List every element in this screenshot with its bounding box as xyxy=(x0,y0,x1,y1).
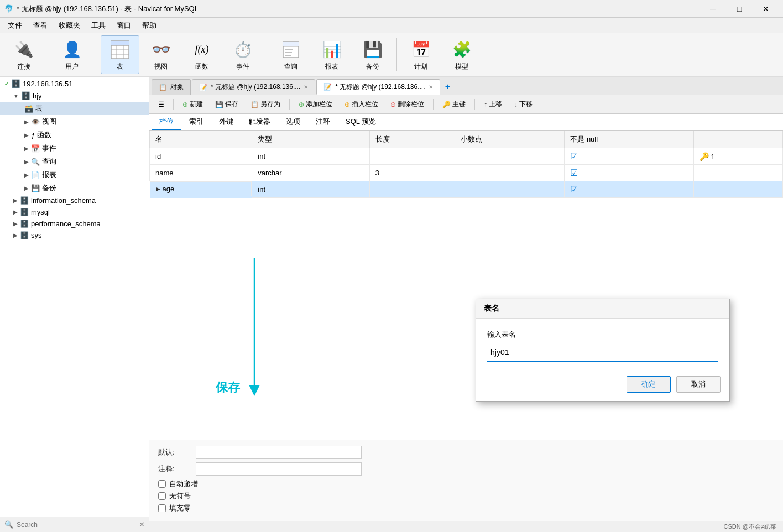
zerofill-checkbox[interactable] xyxy=(158,504,166,512)
insert-field-btn[interactable]: ⊕ 插入栏位 xyxy=(340,98,383,111)
move-down-label: 下移 xyxy=(519,100,533,109)
table-label: 表 xyxy=(35,103,43,113)
sidebar-db-mysql[interactable]: ▶ 🗄️ mysql xyxy=(0,206,149,218)
auto-increment-checkbox[interactable] xyxy=(158,480,166,488)
search-close-icon[interactable]: ✕ xyxy=(139,520,145,521)
sec-tab-options[interactable]: 选项 xyxy=(278,114,308,130)
move-down-btn[interactable]: ↓ 下移 xyxy=(510,98,537,111)
toolbar-sep-2 xyxy=(96,38,96,71)
tab-objects[interactable]: 📋 对象 xyxy=(152,79,191,95)
tool-view[interactable]: 👓 视图 xyxy=(142,35,180,74)
search-input[interactable] xyxy=(17,521,135,521)
field-type-age[interactable]: int xyxy=(252,181,369,198)
tool-function[interactable]: f(x) 函数 xyxy=(182,35,221,74)
tool-query[interactable]: 查询 xyxy=(272,35,310,74)
new-btn[interactable]: ⊕ 新建 xyxy=(178,98,207,111)
table-row[interactable]: ▶age int ☑ xyxy=(150,181,783,198)
minimize-button[interactable]: ─ xyxy=(700,0,725,18)
sidebar-item-event[interactable]: ▶ 📅 事件 xyxy=(0,142,149,155)
field-decimal-id[interactable] xyxy=(455,148,565,165)
save-btn[interactable]: 💾 保存 xyxy=(211,98,243,111)
dialog-confirm-btn[interactable]: 确定 xyxy=(627,376,671,393)
field-decimal-age[interactable] xyxy=(455,181,565,198)
tool-model[interactable]: 🧩 模型 xyxy=(442,35,481,74)
menu-view[interactable]: 查看 xyxy=(28,18,53,33)
tab-untitled1-close[interactable]: ✕ xyxy=(304,84,308,90)
field-type-id[interactable]: int xyxy=(252,148,369,165)
move-up-btn[interactable]: ↑ 上移 xyxy=(479,98,507,111)
maximize-button[interactable]: □ xyxy=(727,0,752,18)
tab-untitled1[interactable]: 📝 * 无标题 @hjy (192.168.136.... ✕ xyxy=(192,79,315,95)
prop-comment-input[interactable] xyxy=(196,462,362,476)
titlebar: 🐬 * 无标题 @hjy (192.168.136.51) - 表 - Navi… xyxy=(0,0,783,18)
sidebar-db-perfschema[interactable]: ▶ 🗄️ performance_schema xyxy=(0,218,149,230)
menu-file[interactable]: 文件 xyxy=(2,18,28,33)
close-button[interactable]: ✕ xyxy=(753,0,779,18)
sidebar-item-backup[interactable]: ▶ 💾 备份 xyxy=(0,181,149,195)
sidebar-connection[interactable]: ✔ 🗄️ 192.168.136.51 xyxy=(0,77,149,90)
menu-btn[interactable]: ☰ xyxy=(154,99,169,110)
check-icon: ☑ xyxy=(570,168,578,178)
field-length-name[interactable]: 3 xyxy=(369,165,455,181)
sec-tab-indexes[interactable]: 索引 xyxy=(181,114,211,130)
sidebar-db-sys[interactable]: ▶ 🗄️ sys xyxy=(0,230,149,241)
sec-tab-fields[interactable]: 栏位 xyxy=(152,114,181,130)
sec-tab-foreign-keys[interactable]: 外键 xyxy=(211,114,241,130)
query-label: 查询 xyxy=(42,157,56,166)
field-notnull-id[interactable]: ☑ xyxy=(565,148,694,165)
unsigned-checkbox[interactable] xyxy=(158,492,166,500)
tool-backup[interactable]: 💾 备份 xyxy=(353,35,392,74)
field-type-name[interactable]: varchar xyxy=(252,165,369,181)
search-bar: 🔍 ✕ xyxy=(0,517,149,521)
prop-default-label: 默认: xyxy=(158,447,191,457)
prop-default-input[interactable] xyxy=(196,446,362,459)
sidebar-item-report[interactable]: ▶ 📄 报表 xyxy=(0,168,149,181)
tab-untitled2-close[interactable]: ✕ xyxy=(429,84,433,90)
sidebar-item-function[interactable]: ▶ ƒ 函数 xyxy=(0,128,149,142)
tool-schedule[interactable]: 📅 计划 xyxy=(401,35,440,74)
saveas-btn[interactable]: 📋 另存为 xyxy=(246,98,285,111)
menu-window[interactable]: 窗口 xyxy=(111,18,137,33)
field-decimal-name[interactable] xyxy=(455,165,565,181)
add-field-btn[interactable]: ⊕ 添加栏位 xyxy=(294,98,337,111)
table-row[interactable]: id int ☑ 🔑 1 xyxy=(150,148,783,165)
field-definition-table: 名 类型 长度 小数点 不是 null id int ☑ xyxy=(149,131,783,198)
backup-icon: 💾 xyxy=(362,39,384,61)
tool-event[interactable]: ⏱️ 事件 xyxy=(223,35,262,74)
view-label: 视图 xyxy=(42,117,56,127)
user-icon: 👤 xyxy=(61,39,83,61)
tab-untitled2[interactable]: 📝 * 无标题 @hjy (192.168.136.... ✕ xyxy=(316,79,440,95)
statusbar-text: CSDN @不会≠趴菜 xyxy=(724,523,776,531)
menu-help[interactable]: 帮助 xyxy=(137,18,162,33)
table-folder-icon: 🗃️ xyxy=(24,105,33,113)
sidebar-item-query[interactable]: ▶ 🔍 查询 xyxy=(0,155,149,168)
tab-add-button[interactable]: + xyxy=(441,80,455,93)
sec-tab-triggers[interactable]: 触发器 xyxy=(241,114,278,130)
table-row[interactable]: name varchar 3 ☑ xyxy=(150,165,783,181)
sidebar-item-view[interactable]: ▶ 👁️ 视图 xyxy=(0,115,149,128)
tool-table-label: 表 xyxy=(117,62,123,71)
sec-tab-comments[interactable]: 注释 xyxy=(308,114,338,130)
menu-tools[interactable]: 工具 xyxy=(86,18,111,33)
field-name-id[interactable]: id xyxy=(150,148,252,165)
field-name-age[interactable]: ▶age xyxy=(150,181,252,196)
tool-connect[interactable]: 🔌 连接 xyxy=(4,35,43,74)
sidebar-item-table[interactable]: 🗃️ 表 xyxy=(0,102,149,115)
menu-favorites[interactable]: 收藏夹 xyxy=(53,18,86,33)
tool-user[interactable]: 👤 用户 xyxy=(53,35,91,74)
report-icon: 📊 xyxy=(321,39,343,61)
sidebar-db-infschema[interactable]: ▶ 🗄️ information_schema xyxy=(0,195,149,206)
table-name-input[interactable] xyxy=(487,344,718,362)
primary-key-btn[interactable]: 🔑 主键 xyxy=(438,98,470,111)
delete-field-btn[interactable]: ⊖ 删除栏位 xyxy=(386,98,429,111)
sec-tab-sql[interactable]: SQL 预览 xyxy=(338,114,384,130)
field-length-id[interactable] xyxy=(369,148,455,165)
field-notnull-name[interactable]: ☑ xyxy=(565,165,694,181)
dialog-cancel-btn[interactable]: 取消 xyxy=(676,376,721,393)
tool-table[interactable]: 表 xyxy=(101,35,139,74)
field-length-age[interactable] xyxy=(369,181,455,198)
tool-report[interactable]: 📊 报表 xyxy=(312,35,351,74)
field-name-name[interactable]: name xyxy=(150,165,252,181)
field-notnull-age[interactable]: ☑ xyxy=(565,181,694,198)
sidebar-db-hjy[interactable]: ▼ 🗄️ hjy xyxy=(0,90,149,102)
